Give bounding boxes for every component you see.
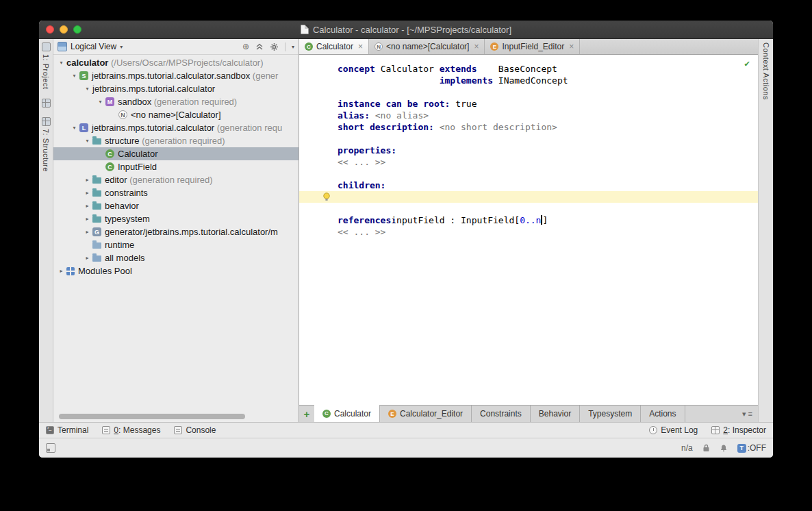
project-toolwindow-icon: [42, 42, 51, 51]
tab-close-icon[interactable]: ×: [358, 42, 363, 51]
tree-row[interactable]: ▾ L jetbrains.mps.tutorial.calculator (g…: [53, 121, 299, 134]
aspect-tab-behavior[interactable]: Behavior: [531, 406, 580, 422]
tree-row[interactable]: ▾ S jetbrains.mps.tutorial.calculator.sa…: [53, 69, 299, 82]
concept-editor[interactable]: ✔ concept Calculator extends BaseConcept…: [299, 55, 758, 405]
editor-line[interactable]: properties:: [299, 145, 758, 156]
editor-tab-no-name[interactable]: N <no name>[Calculator] ×: [369, 39, 485, 54]
tree-row[interactable]: ▸ all models: [53, 251, 299, 264]
expand-icon[interactable]: ▸: [56, 268, 66, 274]
window-title-group: Calculator - calculator - [~/MPSProjects…: [301, 25, 511, 35]
tree-row[interactable]: N <no name>[Calculator]: [53, 108, 299, 121]
folder-icon: [92, 242, 101, 249]
view-selector-chevron-icon[interactable]: ▾: [120, 44, 123, 50]
tree-row[interactable]: C InputField: [53, 160, 299, 173]
tree-hscrollbar[interactable]: [59, 414, 245, 419]
editor-tab-inputfield-editor[interactable]: E InputField_Editor ×: [485, 39, 580, 54]
editor-line[interactable]: references:: [299, 214, 758, 226]
tab-close-icon[interactable]: ×: [569, 42, 574, 51]
add-aspect-button[interactable]: +: [299, 406, 314, 422]
tree-row[interactable]: ▸ Modules Pool: [53, 264, 299, 277]
close-button[interactable]: [46, 25, 54, 34]
aspect-tab-actions[interactable]: Actions: [641, 406, 685, 422]
expand-icon[interactable]: ▸: [82, 255, 92, 261]
solution-icon: S: [79, 71, 88, 80]
tree-row[interactable]: ▸ constraints: [53, 186, 299, 199]
expand-icon[interactable]: ▸: [82, 203, 92, 209]
collapse-icon[interactable]: ▾: [82, 86, 92, 92]
editor-line[interactable]: << ... >>: [299, 226, 758, 238]
tree-row[interactable]: ▸ G generator/jetbrains.mps.tutorial.cal…: [53, 225, 299, 238]
tree-row[interactable]: ▾ calculator (/Users/Oscar/MPSProjects/c…: [53, 56, 299, 69]
lock-icon[interactable]: [702, 444, 710, 452]
editor-line[interactable]: implements INamedConcept: [299, 75, 758, 86]
event-log-label: Event Log: [661, 425, 698, 435]
editor-line[interactable]: [299, 203, 758, 214]
tree-row[interactable]: ▸ behavior: [53, 199, 299, 212]
expand-icon[interactable]: ▸: [82, 216, 92, 222]
inspector-label: 2: Inspector: [723, 425, 766, 435]
tab-overflow-button[interactable]: ▾ ≡: [737, 406, 758, 422]
tree-row[interactable]: ▸ typesystem: [53, 212, 299, 225]
tree-row[interactable]: ▾ jetbrains.mps.tutorial.calculator: [53, 82, 299, 95]
context-actions-tool-button[interactable]: Context Actions: [762, 42, 770, 100]
tab-label: Calculator: [316, 42, 353, 51]
tab-close-icon[interactable]: ×: [474, 42, 479, 51]
event-log-button[interactable]: Event Log: [649, 425, 698, 435]
expand-icon[interactable]: ▸: [82, 229, 92, 235]
locate-icon[interactable]: ⊕: [242, 42, 249, 51]
tab-label: Actions: [649, 409, 676, 419]
toolwindow-toggle-icon[interactable]: [46, 443, 55, 453]
tree-row[interactable]: ▾ structure (generation required): [53, 134, 299, 147]
aspect-tab-calculator[interactable]: C Calculator: [314, 405, 380, 422]
expand-icon[interactable]: ▸: [82, 190, 92, 196]
editor-line[interactable]: instance can be root: true: [299, 98, 758, 110]
tree-row-selected[interactable]: C Calculator: [53, 147, 299, 160]
editor-line-caret[interactable]: inputField : InputField[0..n]: [299, 191, 758, 203]
messages-button[interactable]: 0: Messages: [102, 425, 160, 435]
collapse-icon[interactable]: ▾: [95, 99, 105, 105]
model-icon: M: [105, 97, 114, 106]
editor-line[interactable]: [299, 133, 758, 145]
notifications-bell-icon[interactable]: [720, 444, 728, 452]
hide-panel-icon[interactable]: ▾: [292, 44, 294, 50]
editor-line[interactable]: short description: <no short description…: [299, 121, 758, 133]
collapse-icon[interactable]: ▾: [69, 125, 79, 131]
tree-row[interactable]: ▾ M sandbox (generation required): [53, 95, 299, 108]
inspector-button[interactable]: 2: Inspector: [711, 425, 766, 435]
language-icon: L: [79, 123, 88, 132]
editor-line[interactable]: [299, 168, 758, 179]
settings-gear-icon[interactable]: [270, 42, 279, 51]
tree-row[interactable]: ▸ editor (generation required): [53, 173, 299, 186]
zoom-button[interactable]: [73, 25, 81, 34]
favorites-icon[interactable]: [42, 99, 51, 108]
console-button[interactable]: Console: [174, 425, 216, 435]
aspect-tab-constraints[interactable]: Constraints: [472, 406, 531, 422]
view-selector[interactable]: Logical View: [71, 42, 116, 51]
collapse-icon[interactable]: ▾: [69, 73, 79, 79]
tab-label: Calculator: [334, 409, 371, 419]
expand-icon[interactable]: ▸: [82, 177, 92, 183]
aspect-tab-calculator-editor[interactable]: E Calculator_Editor: [380, 406, 472, 422]
aspect-tab-typesystem[interactable]: Typesystem: [580, 406, 641, 422]
editor-line[interactable]: alias: <no alias>: [299, 110, 758, 121]
collapse-all-icon[interactable]: [255, 42, 264, 51]
structure-tool-button[interactable]: 7: Structure: [42, 117, 51, 172]
editor-line[interactable]: [299, 86, 758, 98]
intention-bulb-icon[interactable]: [322, 192, 331, 201]
editor-line[interactable]: children:: [299, 179, 758, 191]
tree-item-label: typesystem: [105, 214, 150, 224]
editor-tab-calculator[interactable]: C Calculator ×: [299, 39, 369, 54]
collapse-icon[interactable]: ▾: [56, 60, 66, 66]
typesystem-toggle[interactable]: T :OFF: [737, 443, 766, 453]
project-tool-button[interactable]: 1: Project: [42, 42, 51, 89]
terminal-button[interactable]: Terminal: [46, 425, 88, 435]
minimize-button[interactable]: [60, 25, 68, 34]
collapse-icon[interactable]: ▾: [82, 138, 92, 144]
editor-aspect-icon: E: [490, 42, 498, 51]
editor-line[interactable]: concept Calculator extends BaseConcept: [299, 63, 758, 75]
editor-line[interactable]: << ... >>: [299, 156, 758, 168]
tree-row[interactable]: runtime: [53, 238, 299, 251]
tree-item-label: jetbrains.mps.tutorial.calculator.sandbo…: [92, 71, 250, 81]
tab-label: Calculator_Editor: [400, 409, 463, 419]
tree-item-label: InputField: [118, 162, 157, 172]
